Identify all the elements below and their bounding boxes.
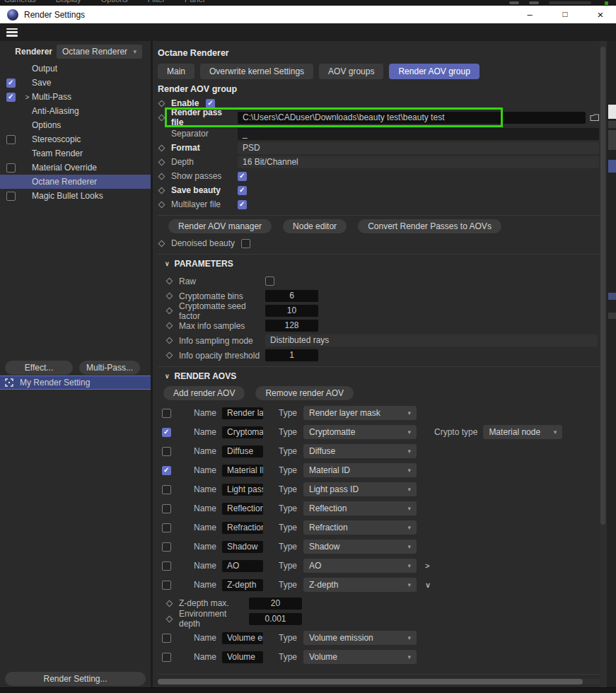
aov-checkbox[interactable] (162, 409, 171, 418)
crypto-type-dropdown[interactable]: Material node▾ (483, 425, 562, 439)
cryptomatte-bins-input[interactable]: 6 (265, 290, 318, 302)
aov-name-input[interactable]: Volume emission (222, 632, 263, 644)
maximize-button[interactable]: □ (559, 6, 571, 23)
horizontal-scrollbar[interactable] (158, 679, 600, 685)
aov-name-input[interactable]: Volume (222, 651, 263, 663)
tab-render-aov-group[interactable]: Render AOV group (389, 64, 479, 79)
aov-type-dropdown[interactable]: Light pass ID▾ (303, 482, 417, 496)
aov-checkbox[interactable] (162, 447, 171, 456)
save-checkbox[interactable] (6, 78, 16, 88)
add-render-aov-button[interactable]: Add render AOV (163, 386, 245, 400)
enable-checkbox[interactable] (206, 99, 215, 108)
horizontal-scrollbar-thumb[interactable] (158, 679, 583, 685)
environment-depth-input[interactable]: 0.001 (249, 613, 302, 625)
aov-type-dropdown[interactable]: Shadow▾ (303, 540, 417, 554)
aov-type-dropdown[interactable]: Diffuse▾ (303, 444, 417, 458)
aov-name-input[interactable]: Material ID (222, 465, 263, 477)
render-pass-file-input[interactable]: C:\Users\CADuser\Downloads\beauty test\b… (238, 112, 586, 124)
sidebar-item-options[interactable]: Options (0, 118, 151, 132)
raw-checkbox[interactable] (265, 276, 274, 286)
aov-type-dropdown[interactable]: Cryptomatte▾ (303, 425, 417, 439)
aov-name-input[interactable]: Shadow (222, 541, 263, 553)
render-aovs-section-header[interactable]: ∨ RENDER AOVS (165, 371, 600, 382)
sidebar-item-save[interactable]: Save (0, 76, 151, 90)
aov-checkbox[interactable] (162, 581, 171, 590)
aov-checkbox[interactable] (162, 504, 171, 513)
chevron-down-icon: ▾ (403, 505, 411, 512)
multi-pass-checkbox[interactable] (6, 93, 16, 102)
save-beauty-checkbox[interactable] (238, 186, 247, 195)
tab-aov-groups[interactable]: AOV groups (319, 64, 383, 79)
vertical-scrollbar-thumb[interactable] (600, 47, 605, 525)
stereoscopic-checkbox[interactable] (6, 135, 16, 144)
info-sampling-mode-dropdown[interactable]: Distributed rays (265, 334, 598, 346)
aov-checkbox[interactable] (162, 653, 171, 662)
tab-main[interactable]: Main (158, 64, 194, 79)
cryptomatte-seed-factor-input[interactable]: 10 (265, 305, 318, 317)
expander-arrow-icon[interactable]: > (23, 93, 32, 101)
aov-checkbox[interactable] (162, 428, 171, 437)
show-passes-checkbox[interactable] (238, 172, 247, 181)
sidebar-item-team-render[interactable]: Team Render (0, 146, 151, 161)
close-button[interactable]: × (595, 6, 606, 23)
my-render-setting-item[interactable]: My Render Setting (0, 375, 151, 390)
material-override-checkbox[interactable] (6, 163, 16, 173)
minimize-button[interactable]: – (524, 6, 535, 23)
hamburger-menu-icon[interactable] (6, 28, 18, 37)
sidebar-item-output[interactable]: Output (0, 62, 151, 76)
sidebar-item-anti-aliasing[interactable]: Anti-Aliasing (0, 104, 151, 118)
scroll-right-arrow-icon[interactable]: > (425, 561, 429, 570)
node-editor-button[interactable]: Node editor (283, 219, 347, 233)
aov-name-input[interactable]: Refraction (222, 522, 263, 534)
aov-type-dropdown[interactable]: Volume▾ (303, 650, 417, 664)
aov-name-input[interactable]: Render layer mask (222, 407, 263, 419)
tab-overwrite-kernel-settings[interactable]: Overwrite kernel Settings (200, 64, 313, 79)
render-setting-button[interactable]: Render Setting... (5, 672, 146, 686)
collapse-caret-icon[interactable]: ∨ (165, 260, 170, 267)
aov-name-input[interactable]: Reflection (222, 503, 263, 515)
aov-checkbox[interactable] (162, 561, 171, 571)
aov-name-input[interactable]: Z-depth (222, 579, 263, 591)
aov-type-dropdown[interactable]: Volume emission▾ (303, 631, 417, 645)
format-dropdown[interactable]: PSD (238, 142, 599, 154)
z-depth-max-input[interactable]: 20 (249, 598, 302, 610)
aov-name-input[interactable]: Diffuse (222, 446, 263, 458)
remove-render-aov-button[interactable]: Remove render AOV (255, 386, 354, 400)
sidebar-item-material-override[interactable]: Material Override (0, 161, 151, 175)
aov-checkbox[interactable] (162, 466, 171, 475)
sidebar-item-magic-bullet-looks[interactable]: Magic Bullet Looks (0, 189, 151, 203)
render-aov-manager-button[interactable]: Render AOV manager (168, 219, 272, 233)
aov-checkbox[interactable] (162, 634, 171, 643)
aov-type-dropdown[interactable]: Refraction▾ (303, 520, 417, 535)
aov-name-input[interactable]: Light pass ID (222, 484, 263, 496)
aov-checkbox[interactable] (162, 485, 171, 494)
vertical-scrollbar[interactable] (600, 41, 607, 687)
sidebar-item-stereoscopic[interactable]: Stereoscopic (0, 132, 151, 146)
aov-checkbox[interactable] (162, 523, 171, 532)
info-opacity-threshold-input[interactable]: 1 (265, 349, 318, 361)
aov-checkbox[interactable] (162, 542, 171, 552)
denoised-beauty-checkbox[interactable] (241, 239, 250, 248)
aov-type-dropdown[interactable]: Material ID▾ (303, 463, 417, 477)
aov-type-dropdown[interactable]: Render layer mask▾ (303, 406, 417, 420)
browse-folder-button[interactable] (590, 113, 600, 122)
multi-pass-button[interactable]: Multi-Pass... (79, 361, 140, 375)
scroll-down-arrow-icon[interactable]: ∨ (425, 581, 431, 590)
aov-type-dropdown[interactable]: Z-depth▾ (303, 578, 417, 592)
separator-input[interactable]: _ (238, 128, 599, 140)
renderer-dropdown[interactable]: Octane Renderer ▾ (57, 45, 142, 59)
max-info-samples-input[interactable]: 128 (265, 320, 318, 332)
sidebar-item-octane-renderer[interactable]: Octane Renderer (0, 175, 151, 189)
aov-name-input[interactable]: Cryptomatte (222, 426, 263, 438)
multilayer-file-checkbox[interactable] (238, 200, 247, 209)
convert-render-passes-button[interactable]: Convert Render Passes to AOVs (358, 219, 501, 233)
parameters-section-header[interactable]: ∨ PARAMETERS (165, 258, 600, 269)
aov-type-dropdown[interactable]: AO▾ (303, 559, 417, 573)
aov-type-dropdown[interactable]: Reflection▾ (303, 501, 417, 516)
collapse-caret-icon[interactable]: ∨ (165, 373, 170, 380)
effect-button[interactable]: Effect... (5, 361, 73, 375)
depth-dropdown[interactable]: 16 Bit/Channel (238, 156, 599, 168)
aov-name-input[interactable]: AO (222, 560, 263, 572)
magic-bullet-looks-checkbox[interactable] (6, 192, 16, 201)
sidebar-item-multi-pass[interactable]: > Multi-Pass (0, 90, 151, 104)
